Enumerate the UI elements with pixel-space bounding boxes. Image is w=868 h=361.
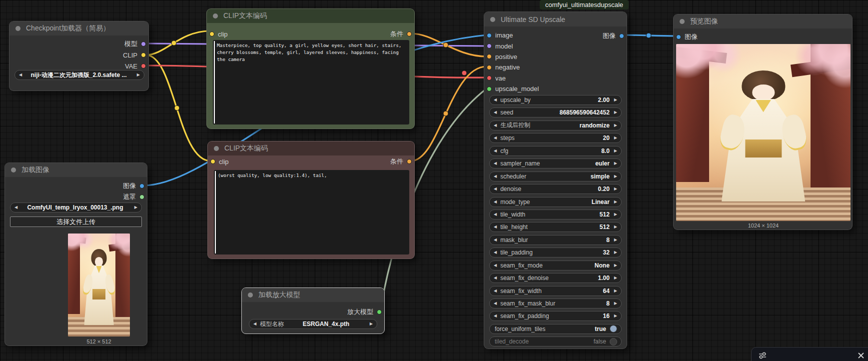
input-vae[interactable]: vae [484, 73, 574, 84]
node-header[interactable]: Checkpoint加载器（简易） [9, 22, 148, 36]
port-dot[interactable] [407, 159, 412, 164]
port-dot[interactable] [487, 44, 492, 48]
collapse-dot-icon[interactable] [213, 14, 218, 18]
prev-value-arrow-icon[interactable]: ◀ [14, 206, 17, 210]
decrement-arrow-icon[interactable]: ◀ [494, 110, 497, 114]
node-graph-canvas[interactable]: Checkpoint加载器（简易） 模型CLIPVAE ◀ niji-动漫二次元… [0, 0, 868, 361]
widget-seam_fix_denoise[interactable]: ◀seam_fix_denoise1.00▶ [489, 273, 622, 283]
port-dot[interactable] [139, 194, 144, 200]
output-CLIP[interactable]: CLIP [9, 50, 148, 60]
node-load-image[interactable]: 加载图像 图像遮罩 ◀ ComfyUI_temp_lryox_00013_.pn… [4, 162, 147, 346]
input-upscale_model[interactable]: upscale_model [484, 84, 574, 94]
widget-image-filename[interactable]: ◀ ComfyUI_temp_lryox_00013_.png ▶ [10, 202, 142, 212]
output-upscale-model[interactable]: 放大模型 [242, 306, 384, 318]
input-image[interactable]: image [484, 30, 574, 40]
port-dot[interactable] [209, 32, 214, 36]
increment-arrow-icon[interactable]: ▶ [614, 200, 617, 204]
widget-model-name[interactable]: ◀ 模型名称 ESRGAN_4x.pth ▶ [249, 319, 377, 329]
widget-seam_fix_mask_blur[interactable]: ◀seam_fix_mask_blur8▶ [489, 298, 622, 308]
widget-tile_height[interactable]: ◀tile_height512▶ [489, 222, 622, 232]
node-checkpoint-loader[interactable]: Checkpoint加载器（简易） 模型CLIPVAE ◀ niji-动漫二次元… [9, 21, 149, 91]
increment-arrow-icon[interactable]: ▶ [614, 124, 617, 128]
widget-seam_fix_width[interactable]: ◀seam_fix_width64▶ [489, 286, 622, 296]
increment-arrow-icon[interactable]: ▶ [614, 110, 617, 114]
decrement-arrow-icon[interactable]: ◀ [494, 238, 497, 242]
port-dot[interactable] [407, 32, 412, 36]
port-dot[interactable] [487, 54, 492, 59]
port-dot[interactable] [487, 76, 492, 80]
close-icon[interactable] [858, 352, 865, 359]
node-header[interactable]: Ultimate SD Upscale [484, 12, 627, 26]
input-clip[interactable]: clip [207, 30, 228, 38]
port-dot[interactable] [141, 64, 146, 68]
node-clip-text-encode-negative[interactable]: CLIP文本编码 clip 条件 (worst quality, low qua… [207, 141, 415, 259]
next-value-arrow-icon[interactable]: ▶ [134, 206, 137, 210]
decrement-arrow-icon[interactable]: ◀ [494, 124, 497, 128]
collapse-dot-icon[interactable] [214, 146, 219, 151]
input-positive[interactable]: positive [484, 52, 574, 62]
widget-cfg[interactable]: ◀cfg8.0▶ [489, 146, 622, 156]
widget-tile_padding[interactable]: ◀tile_padding32▶ [489, 248, 622, 258]
decrement-arrow-icon[interactable]: ◀ [494, 187, 497, 191]
widget-upscale_by[interactable]: ◀upscale_by2.00▶ [489, 95, 622, 105]
node-header[interactable]: CLIP文本编码 [208, 142, 414, 156]
output-conditioning[interactable]: 条件 [390, 157, 414, 166]
increment-arrow-icon[interactable]: ▶ [614, 136, 617, 140]
node-load-upscale-model[interactable]: 加载放大模型 放大模型 ◀ 模型名称 ESRGAN_4x.pth ▶ [241, 288, 385, 334]
port-dot[interactable] [139, 184, 144, 188]
collapse-dot-icon[interactable] [11, 168, 16, 172]
port-dot[interactable] [141, 42, 146, 46]
prev-value-arrow-icon[interactable]: ◀ [19, 73, 22, 77]
port-dot[interactable] [487, 65, 492, 70]
widget-mode_type[interactable]: ◀mode_typeLinear▶ [489, 197, 622, 207]
widget-scheduler[interactable]: ◀schedulersimple▶ [489, 172, 622, 182]
increment-arrow-icon[interactable]: ▶ [614, 250, 617, 254]
node-header[interactable]: 预览图像 [674, 14, 852, 28]
collapse-dot-icon[interactable] [680, 19, 685, 24]
decrement-arrow-icon[interactable]: ◀ [494, 98, 497, 102]
widget-steps[interactable]: ◀steps20▶ [489, 133, 622, 143]
collapse-dot-icon[interactable] [490, 17, 495, 22]
next-value-arrow-icon[interactable]: ▶ [370, 322, 373, 326]
node-clip-text-encode-positive[interactable]: CLIP文本编码 clip 条件 Masterpiece, top qualit… [206, 8, 415, 129]
widget-seam_fix_mode[interactable]: ◀seam_fix_modeNone▶ [489, 260, 622, 270]
increment-arrow-icon[interactable]: ▶ [614, 149, 617, 153]
decrement-arrow-icon[interactable]: ◀ [494, 276, 497, 280]
output-conditioning[interactable]: 条件 [390, 30, 414, 38]
widget-seam_fix_padding[interactable]: ◀seam_fix_padding16▶ [489, 311, 622, 321]
positive-prompt-textarea[interactable]: Masterpiece, top quality, a girl, yellow… [213, 40, 409, 124]
increment-arrow-icon[interactable]: ▶ [614, 302, 617, 306]
increment-arrow-icon[interactable]: ▶ [614, 187, 617, 191]
increment-arrow-icon[interactable]: ▶ [614, 238, 617, 242]
widget-tile_width[interactable]: ◀tile_width512▶ [489, 210, 622, 220]
output-模型[interactable]: 模型 [9, 38, 148, 50]
port-dot[interactable] [619, 34, 624, 38]
node-ultimate-sd-upscale[interactable]: Ultimate SD Upscale 图像 imagemodelpositiv… [484, 12, 627, 349]
prev-value-arrow-icon[interactable]: ◀ [253, 322, 256, 326]
increment-arrow-icon[interactable]: ▶ [614, 276, 617, 280]
negative-prompt-textarea[interactable]: (worst quality, low quality:1.4), tail, [214, 170, 409, 254]
decrement-arrow-icon[interactable]: ◀ [494, 250, 497, 254]
port-dot[interactable] [487, 86, 492, 92]
input-negative[interactable]: negative [484, 62, 574, 72]
input-clip[interactable]: clip [208, 158, 229, 166]
decrement-arrow-icon[interactable]: ◀ [494, 136, 497, 140]
decrement-arrow-icon[interactable]: ◀ [494, 212, 497, 216]
decrement-arrow-icon[interactable]: ◀ [494, 174, 497, 178]
port-dot[interactable] [676, 34, 681, 40]
increment-arrow-icon[interactable]: ▶ [614, 162, 617, 166]
output-图像[interactable]: 图像 [5, 180, 147, 192]
widget-生成后控制[interactable]: ◀生成后控制randomize▶ [489, 120, 622, 130]
decrement-arrow-icon[interactable]: ◀ [494, 200, 497, 204]
upload-file-button[interactable]: 选择文件上传 [10, 216, 142, 227]
next-value-arrow-icon[interactable]: ▶ [137, 73, 140, 77]
widget-ckpt-name[interactable]: ◀ niji-动漫二次元加强版_2.0.safete ... ▶ [14, 70, 144, 80]
node-preview-image[interactable]: 预览图像 图像 1024 × 1024 [673, 14, 853, 230]
increment-arrow-icon[interactable]: ▶ [614, 289, 617, 293]
increment-arrow-icon[interactable]: ▶ [614, 174, 617, 178]
node-header[interactable]: CLIP文本编码 [207, 9, 414, 23]
input-image[interactable]: 图像 [674, 32, 852, 42]
widget-seed[interactable]: ◀seed868596590642452▶ [489, 108, 622, 118]
increment-arrow-icon[interactable]: ▶ [614, 264, 617, 268]
collapse-dot-icon[interactable] [15, 26, 20, 31]
